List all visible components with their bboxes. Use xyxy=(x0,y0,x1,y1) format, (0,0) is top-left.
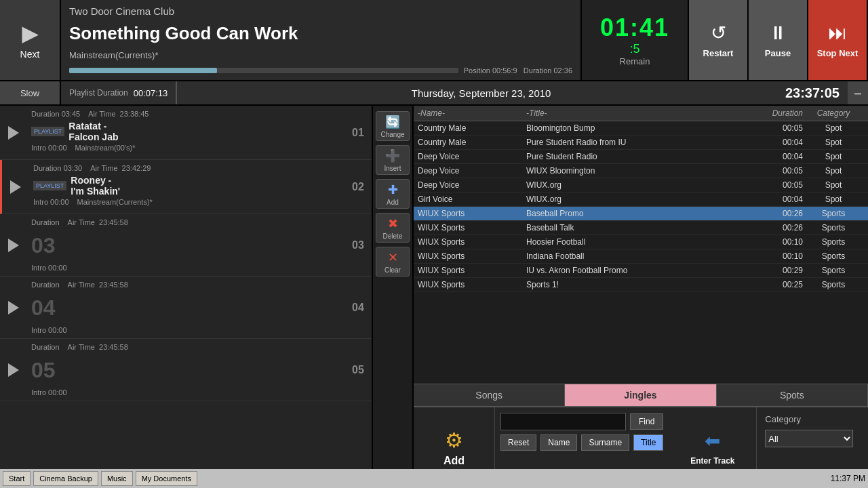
insert-button[interactable]: ➕ Insert xyxy=(376,145,410,175)
row-name: Country Male xyxy=(418,123,526,133)
row-title: Bloomington Bump xyxy=(526,123,749,133)
row-duration: 00:10 xyxy=(749,251,803,261)
name-button[interactable]: Name xyxy=(540,434,577,451)
taskbar-time: 11:37 PM xyxy=(831,474,865,483)
title-button[interactable]: Title xyxy=(633,434,663,451)
slow-button[interactable]: Slow xyxy=(0,81,61,104)
row-name: Girl Voice xyxy=(418,195,526,204)
row-title: Baseball Promo xyxy=(526,209,749,218)
taskbar-music[interactable]: Music xyxy=(101,471,133,486)
playlist-duration-value: 00:07:13 xyxy=(134,88,168,98)
next-arrow-icon: ◀ xyxy=(22,20,39,46)
row-duration: 00:04 xyxy=(749,195,803,204)
tab-spots[interactable]: Spots xyxy=(717,384,868,406)
table-row[interactable]: Deep Voice WIUX.org 00:05 Spot xyxy=(414,178,868,192)
row-category: Spot xyxy=(803,195,864,204)
top-bar: ◀ Next Two Door Cinema Club Something Go… xyxy=(0,0,868,81)
pause-label: Pause xyxy=(765,48,791,58)
pause-button[interactable]: ⏸ Pause xyxy=(749,0,808,80)
playlist-item[interactable]: Duration Air Time 23:45:58 04 Intro 00:0… xyxy=(0,277,372,339)
clock-display: 23:37:05 xyxy=(785,85,848,101)
progress-row: Position 00:56:9 Duration 02:36 xyxy=(69,66,572,75)
table-row[interactable]: WIUX Sports IU vs. Akron Football Promo … xyxy=(414,264,868,278)
delete-button[interactable]: ✖ Delete xyxy=(376,213,410,243)
track-sub: Intro 00:00 xyxy=(31,388,340,396)
row-category: Spot xyxy=(803,152,864,161)
category-select[interactable]: All xyxy=(765,430,853,447)
row-category: Sports xyxy=(803,237,864,247)
playlist-item[interactable]: Duration 03:30 Air Time 23:42:29 PLAYLIS… xyxy=(0,160,372,214)
surname-button[interactable]: Surname xyxy=(581,434,629,451)
row-title: Pure Student Radio xyxy=(526,152,749,161)
play-button[interactable] xyxy=(0,277,27,338)
table-row[interactable]: WIUX Sports Baseball Promo 00:26 Sports xyxy=(414,207,868,221)
clear-label: Clear xyxy=(384,266,401,274)
taskbar-my-documents[interactable]: My Documents xyxy=(136,471,197,486)
minus-button[interactable]: – xyxy=(848,81,868,104)
playlist-item[interactable]: Duration 03:45 Air Time 23:38:45 PLAYLIS… xyxy=(0,106,372,160)
row-category: Spot xyxy=(803,180,864,190)
find-button[interactable]: Find xyxy=(630,413,663,430)
clear-button[interactable]: ✕ Clear xyxy=(376,247,410,277)
track-number: 02 xyxy=(344,160,372,214)
stop-next-button[interactable]: ⏭ Stop Next xyxy=(808,0,868,80)
row-name: WIUX Sports xyxy=(418,209,526,218)
table-header: -Name- -Title- Duration Category xyxy=(414,106,868,121)
table-row[interactable]: Girl Voice WIUX.org 00:04 Spot xyxy=(414,192,868,207)
col-name-header: -Name- xyxy=(418,108,526,118)
playlist-item[interactable]: Duration Air Time 23:45:58 03 Intro 00:0… xyxy=(0,214,372,277)
track-number: 04 xyxy=(344,277,372,338)
playlist-duration: Playlist Duration 00:07:13 xyxy=(61,81,177,104)
play-button[interactable] xyxy=(0,339,27,401)
row-title: Hoosier Football xyxy=(526,237,749,247)
add-button[interactable]: ✚ Add xyxy=(376,179,410,209)
table-row[interactable]: Deep Voice WIUX Bloomington 00:05 Spot xyxy=(414,164,868,178)
table-row[interactable]: WIUX Sports Indiana Football 00:10 Sport… xyxy=(414,249,868,264)
table-row[interactable]: Country Male Bloomington Bump 00:05 Spot xyxy=(414,121,868,136)
row-duration: 00:29 xyxy=(749,266,803,275)
change-label: Change xyxy=(380,131,404,138)
change-button[interactable]: 🔄 Change xyxy=(376,111,410,141)
tab-songs[interactable]: Songs xyxy=(414,384,565,406)
row-name: Deep Voice xyxy=(418,152,526,161)
taskbar-cinema-backup[interactable]: Cinema Backup xyxy=(33,471,98,486)
insert-label: Insert xyxy=(384,165,401,172)
taskbar: Start Cinema Backup Music My Documents 1… xyxy=(0,469,868,488)
next-label: Next xyxy=(20,49,40,60)
restart-button[interactable]: ↺ Restart xyxy=(689,0,749,80)
table-row[interactable]: WIUX Sports Sports 1! 00:25 Sports xyxy=(414,278,868,292)
second-bar: Slow Playlist Duration 00:07:13 Thursday… xyxy=(0,81,868,106)
row-name: Country Male xyxy=(418,138,526,147)
row-category: Sports xyxy=(803,251,864,261)
row-category: Spot xyxy=(803,138,864,147)
progress-bar-container[interactable] xyxy=(69,68,458,73)
row-name: WIUX Sports xyxy=(418,251,526,261)
col-dur-header: Duration xyxy=(749,108,803,118)
playlist-item[interactable]: Duration Air Time 23:45:58 05 Intro 00:0… xyxy=(0,339,372,401)
track-meta: Duration Air Time 23:45:58 xyxy=(31,343,340,351)
table-row[interactable]: WIUX Sports Hoosier Football 00:10 Sport… xyxy=(414,235,868,249)
restart-icon: ↺ xyxy=(711,22,726,44)
row-category: Spot xyxy=(803,166,864,176)
row-title: Pure Student Radio from IU xyxy=(526,138,749,147)
play-button[interactable] xyxy=(0,214,27,276)
row-category: Sports xyxy=(803,266,864,275)
track-meta: Duration Air Time 23:45:58 xyxy=(31,281,340,289)
position-duration: Position 00:56:9 Duration 02:36 xyxy=(464,66,572,75)
start-button[interactable]: Start xyxy=(3,471,31,486)
table-row[interactable]: Country Male Pure Student Radio from IU … xyxy=(414,136,868,150)
tab-jingles[interactable]: Jingles xyxy=(565,384,716,406)
next-button[interactable]: ◀ Next xyxy=(0,0,61,80)
row-category: Sports xyxy=(803,223,864,232)
play-button[interactable] xyxy=(0,106,27,159)
row-title: WIUX.org xyxy=(526,180,749,190)
search-input[interactable] xyxy=(500,413,626,430)
reset-button[interactable]: Reset xyxy=(500,434,536,451)
row-title: WIUX Bloomington xyxy=(526,166,749,176)
table-row[interactable]: WIUX Sports Baseball Talk 00:26 Sports xyxy=(414,221,868,235)
track-sub: Intro 00:00 xyxy=(31,264,340,272)
empty-track-num: 04 xyxy=(31,291,340,325)
play-button[interactable] xyxy=(2,160,29,214)
table-row[interactable]: Deep Voice Pure Student Radio 00:04 Spot xyxy=(414,150,868,164)
row-name: WIUX Sports xyxy=(418,266,526,275)
